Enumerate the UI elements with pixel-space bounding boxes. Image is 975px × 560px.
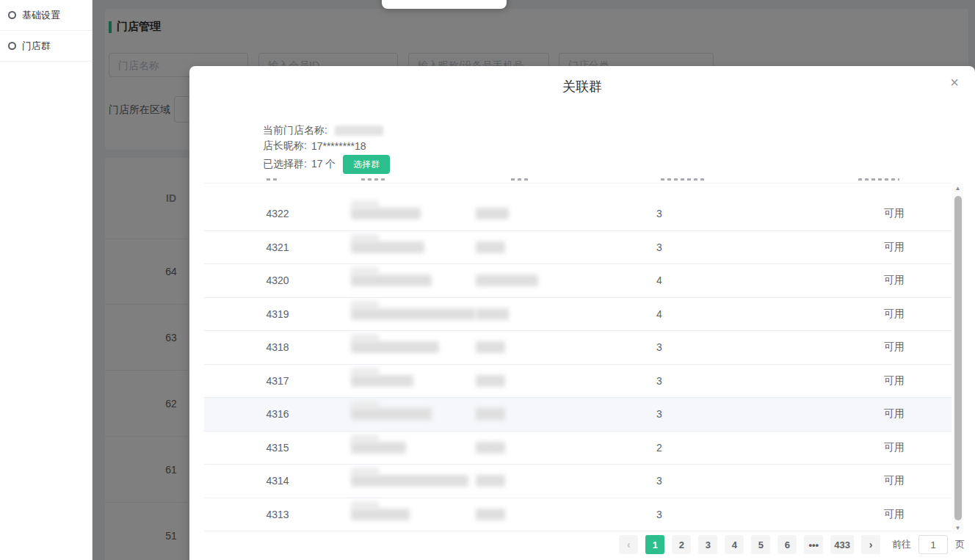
page-button-1[interactable]: 1 [645,535,664,554]
redacted-fragment [351,434,379,443]
selected-groups-row: 已选择群: 17 个 选择群 [263,155,390,174]
group-count-cell: 3 [586,231,733,264]
redacted-name [351,408,432,420]
group-region-cell-redacted [476,465,586,498]
group-id-cell: 4320 [204,264,351,297]
radio-circle-icon [8,11,16,19]
sidebar-item-basic-settings[interactable]: 基础设置 [0,0,92,31]
groups-table-header-clipped [204,175,952,183]
group-id-cell: 4321 [204,231,351,264]
group-region-cell-redacted [476,432,586,465]
redacted-region [476,274,538,286]
redacted-name [351,509,410,520]
table-scrollbar: ▲ ▼ [952,183,963,534]
group-table-row[interactable]: 4313 3 可用 [204,498,952,532]
scrollbar-thumb[interactable] [954,196,962,520]
group-table-row[interactable]: 4316 3 可用 [204,398,952,432]
store-info-block: 当前门店名称: 店长昵称: 17********18 已选择群: 17 个 选择… [263,123,390,174]
redacted-region [476,375,505,387]
page-button-5[interactable]: 5 [751,535,770,554]
group-id-cell: 4318 [204,331,351,364]
current-store-value-redacted [335,126,383,136]
group-table-row[interactable]: 4317 3 可用 [204,365,952,399]
redacted-region [476,509,505,520]
group-name-cell-redacted [351,365,476,398]
group-table-row[interactable]: 4322 3 可用 [204,197,952,231]
group-status-cell: 可用 [836,231,953,264]
message-toast [382,0,507,9]
manager-nickname-label: 店长昵称: [263,139,307,153]
manager-nickname-value: 17********18 [311,140,366,152]
close-icon[interactable]: × [946,73,963,91]
current-store-label: 当前门店名称: [263,124,327,137]
group-region-cell-redacted [476,365,586,398]
group-count-cell: 3 [586,498,733,531]
page-button-4[interactable]: 4 [725,535,744,554]
group-name-cell-redacted [351,231,476,264]
group-status-cell: 可用 [836,365,953,398]
current-store-row: 当前门店名称: [263,123,390,139]
scroll-up-icon[interactable]: ▲ [952,183,963,194]
header-fragment [361,178,388,181]
next-page-button[interactable]: › [861,535,880,554]
redacted-name [351,475,468,487]
group-count-cell: 4 [586,264,733,297]
group-status-cell: 可用 [836,398,953,431]
selected-groups-count: 17 个 [311,158,336,171]
prev-page-button[interactable]: ‹ [619,535,638,554]
select-group-button[interactable]: 选择群 [343,155,390,174]
group-table-row[interactable]: 4320 4 可用 [204,264,952,298]
group-status-cell: 可用 [836,432,953,465]
header-fragment [858,178,899,181]
group-region-cell-redacted [476,498,586,531]
group-name-cell-redacted [351,197,476,230]
redacted-name [351,442,406,454]
redacted-fragment [351,301,379,309]
group-region-cell-redacted [476,197,586,230]
redacted-region [476,241,505,253]
redacted-region [476,308,509,320]
header-fragment [661,178,706,181]
sidebar: 基础设置 门店群 [0,0,93,560]
header-fragment [511,178,530,181]
page-button-6[interactable]: 6 [778,535,797,554]
redacted-name [351,208,421,219]
scroll-down-icon[interactable]: ▼ [952,523,963,534]
page-button-2[interactable]: 2 [672,535,691,554]
group-count-cell: 3 [586,398,733,431]
redacted-name [351,375,413,387]
goto-label: 前往 [892,538,911,551]
group-region-cell-redacted [476,331,586,364]
group-id-cell: 4315 [204,432,351,465]
page-number-buttons: 123456•••433 [645,535,854,554]
redacted-fragment [351,234,379,242]
group-table-row[interactable]: 4315 2 可用 [204,432,952,465]
group-table-row[interactable]: 4319 4 可用 [204,298,952,332]
page-button-3[interactable]: 3 [698,535,717,554]
group-id-cell: 4316 [204,398,351,431]
goto-page-input[interactable] [918,535,948,554]
sidebar-item-store-groups[interactable]: 门店群 [0,31,92,62]
page-button-433[interactable]: 433 [830,535,854,554]
group-id-cell: 4314 [204,465,351,498]
group-count-cell: 3 [586,365,733,398]
sidebar-item-label: 门店群 [22,40,51,53]
redacted-region [476,475,505,487]
group-name-cell-redacted [351,331,476,364]
modal-title: 关联群 [189,66,975,95]
pagination: ‹ 123456•••433 › 前往 页 [619,535,965,554]
group-status-cell: 可用 [836,197,953,230]
redacted-name [351,274,432,286]
group-table-row[interactable]: 4318 3 可用 [204,331,952,365]
group-count-cell: 2 [586,432,733,465]
more-pages-button[interactable]: ••• [804,535,823,554]
group-count-cell: 3 [586,465,733,498]
redacted-name [351,241,424,253]
redacted-region [476,408,505,420]
group-table-row[interactable]: 4314 3 可用 [204,465,952,498]
app-window: 基础设置 门店群 门店管理 门店所在区域 ID 6463626151 关联群 [0,0,975,560]
page-suffix-label: 页 [955,538,965,551]
redacted-name [351,308,476,320]
group-table-row[interactable]: 4321 3 可用 [204,231,952,265]
manager-nickname-row: 店长昵称: 17********18 [263,139,390,154]
